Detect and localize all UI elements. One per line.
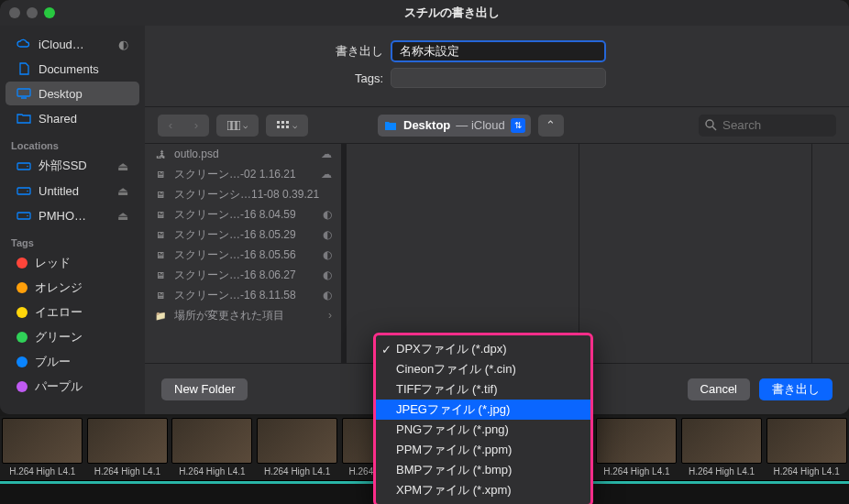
sidebar-item-label: Shared: [39, 112, 77, 126]
format-option[interactable]: BMPファイル (*.bmp): [376, 460, 590, 480]
sidebar-item-PMHO…[interactable]: PMHO…⏏: [6, 203, 139, 227]
file-row[interactable]: 🖥スクリーン…-16 8.05.56◐: [145, 245, 341, 265]
clip-thumbnail[interactable]: H.264 High L4.1: [595, 418, 678, 482]
file-icon: 🖥: [154, 230, 167, 240]
file-row[interactable]: 🖥スクリーン…-02 1.16.21☁︎: [145, 164, 341, 184]
format-option-label: Cineonファイル (*.cin): [396, 361, 516, 378]
file-name: スクリーン…-16 8.06.27: [174, 268, 315, 283]
eject-icon[interactable]: ⏏: [117, 209, 128, 223]
file-name: スクリーン…-02 1.16.21: [174, 167, 314, 182]
sidebar-item-label: イエロー: [35, 304, 83, 321]
svg-rect-0: [17, 89, 30, 96]
filename-input[interactable]: [391, 40, 606, 62]
drive-icon: [17, 159, 31, 173]
sidebar-item-label: オレンジ: [35, 279, 83, 296]
format-option-label: JPEGファイル (*.jpg): [396, 401, 510, 418]
format-dropdown[interactable]: ✓DPXファイル (*.dpx)Cineonファイル (*.cin)TIFFファ…: [373, 333, 593, 504]
minimize-icon[interactable]: [27, 7, 38, 18]
new-folder-button[interactable]: New Folder: [161, 378, 248, 400]
sidebar-item-label: 外部SSD: [39, 158, 87, 174]
svg-rect-2: [17, 163, 30, 170]
folder-icon: [383, 118, 398, 133]
file-icon: 🏞: [154, 149, 167, 159]
search-input[interactable]: [699, 115, 836, 137]
clip-thumbnail[interactable]: H.264 High L4.1: [1, 418, 84, 482]
file-icon: 📁: [154, 311, 167, 321]
pie-icon: ◐: [118, 38, 128, 51]
location-popup[interactable]: Desktop — iCloud ⇅: [378, 115, 531, 137]
sidebar-item-label: ブルー: [35, 354, 71, 370]
sidebar-item-外部SSD[interactable]: 外部SSD⏏: [6, 154, 139, 178]
preview-column-2: [579, 144, 812, 363]
thumbnail-image: [257, 418, 337, 464]
format-option[interactable]: XPMファイル (*.xpm): [376, 480, 590, 500]
file-name: スクリーン…-16 8.05.29: [174, 227, 315, 243]
file-name: 場所が変更された項目: [174, 308, 321, 323]
nav-back-button[interactable]: ‹: [158, 115, 183, 137]
file-name: スクリーン…-16 8.05.56: [174, 247, 315, 263]
sidebar-tag-パープル[interactable]: パープル: [6, 375, 139, 399]
sidebar-heading-locations: Locations: [0, 131, 145, 153]
clip-thumbnail[interactable]: H.264 High L4.1: [86, 418, 170, 482]
tags-input[interactable]: [391, 68, 606, 88]
format-option[interactable]: ✓DPXファイル (*.dpx): [376, 339, 590, 359]
file-row[interactable]: 🖥スクリーン…-16 8.11.58◐: [145, 285, 341, 305]
sidebar-item-shared[interactable]: Shared: [6, 106, 139, 130]
group-by-button[interactable]: ⌵: [266, 115, 308, 137]
thumbnail-image: [2, 418, 83, 464]
file-row[interactable]: 📁場所が変更された項目›: [145, 305, 341, 325]
sidebar-heading-tags: Tags: [0, 228, 145, 250]
svg-rect-4: [17, 188, 30, 194]
zoom-icon[interactable]: [44, 7, 55, 18]
progress-icon: ◐: [323, 268, 332, 281]
sidebar-tag-ブルー[interactable]: ブルー: [6, 350, 139, 374]
folder-icon: [17, 111, 31, 126]
progress-icon: ◐: [323, 248, 332, 261]
preview-column-1: [347, 144, 579, 363]
format-option[interactable]: JPEGファイル (*.jpg): [376, 400, 590, 420]
chevron-right-icon: ›: [328, 309, 332, 322]
sidebar-item-desktop[interactable]: Desktop: [6, 82, 139, 105]
cloud-icon: [17, 37, 31, 51]
sidebar-tag-グリーン[interactable]: グリーン: [6, 325, 139, 349]
cloud-download-icon: ☁︎: [321, 148, 332, 160]
sidebar-tag-オレンジ[interactable]: オレンジ: [6, 276, 139, 300]
sidebar-item-icloud…[interactable]: iCloud…◐: [6, 32, 139, 56]
sidebar: iCloud…◐DocumentsDesktopShared Locations…: [0, 26, 145, 414]
svg-rect-11: [277, 121, 280, 124]
clip-thumbnail[interactable]: H.264 High L4.1: [256, 418, 339, 482]
clip-thumbnail[interactable]: H.264 High L4.1: [765, 418, 848, 482]
sidebar-tag-レッド[interactable]: レッド: [6, 251, 139, 275]
svg-line-18: [712, 126, 716, 130]
svg-point-7: [27, 215, 28, 217]
format-option[interactable]: TIFFファイル (*.tif): [376, 379, 590, 400]
svg-rect-14: [277, 126, 280, 128]
file-row[interactable]: 🏞outlo.psd☁︎: [145, 144, 341, 164]
collapse-button[interactable]: ⌃: [538, 115, 564, 137]
format-option[interactable]: PPMファイル (*.ppm): [376, 440, 590, 460]
clip-thumbnail[interactable]: H.264 High L4.1: [171, 418, 254, 482]
sidebar-item-Untitled[interactable]: Untitled⏏: [6, 179, 139, 203]
export-button[interactable]: 書き出し: [759, 378, 832, 400]
file-name: スクリーンシ…11-08 0.39.21: [174, 187, 332, 203]
eject-icon[interactable]: ⏏: [117, 184, 128, 198]
search-icon: [704, 118, 717, 131]
sidebar-item-documents[interactable]: Documents: [6, 57, 139, 81]
cancel-button[interactable]: Cancel: [688, 378, 750, 400]
format-option[interactable]: PNGファイル (*.png): [376, 420, 590, 440]
nav-forward-button[interactable]: ›: [183, 115, 209, 137]
close-icon[interactable]: [9, 7, 20, 18]
svg-rect-9: [232, 121, 236, 130]
thumbnail-image: [766, 418, 847, 464]
file-row[interactable]: 🖥スクリーン…-16 8.05.29◐: [145, 225, 341, 245]
file-row[interactable]: 🖥スクリーン…-16 8.04.59◐: [145, 204, 341, 225]
svg-point-5: [27, 191, 28, 192]
file-row[interactable]: 🖥スクリーンシ…11-08 0.39.21: [145, 184, 341, 204]
view-columns-button[interactable]: ⌵: [216, 115, 259, 137]
eject-icon[interactable]: ⏏: [117, 159, 128, 173]
tag-dot-icon: [17, 356, 28, 367]
format-option[interactable]: Cineonファイル (*.cin): [376, 359, 590, 379]
sidebar-tag-イエロー[interactable]: イエロー: [6, 301, 139, 324]
file-row[interactable]: 🖥スクリーン…-16 8.06.27◐: [145, 265, 341, 285]
clip-thumbnail[interactable]: H.264 High L4.1: [680, 418, 764, 482]
